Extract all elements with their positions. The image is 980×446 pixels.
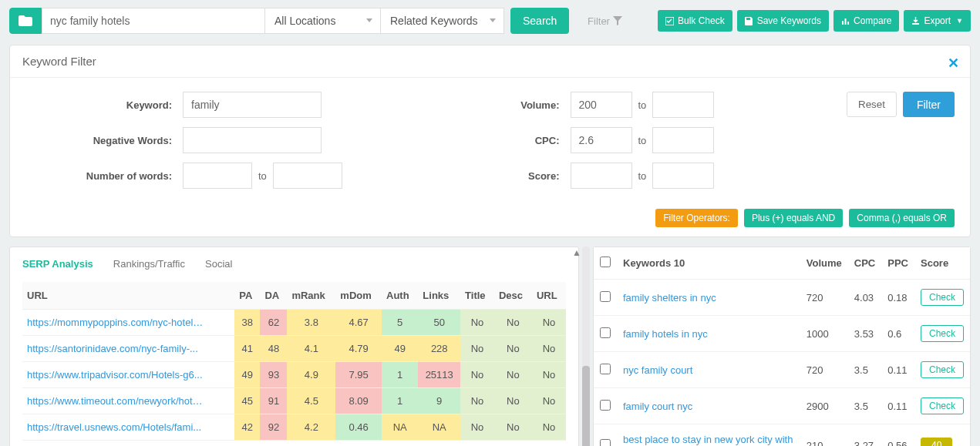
numwords-to-input[interactable]: [273, 163, 342, 189]
keyword-link[interactable]: family hotels in nyc: [623, 328, 708, 340]
filter-right-col: Volume: to CPC: to Score: to: [506, 92, 901, 198]
save-keywords-label: Save Keywords: [757, 15, 821, 26]
row-checkbox[interactable]: [600, 291, 611, 302]
location-select[interactable]: All Locations: [265, 8, 381, 34]
filter-toggle[interactable]: Filter: [588, 15, 622, 27]
keyword-search-input[interactable]: [42, 8, 265, 34]
cell-pa: 38: [234, 310, 260, 336]
col-urlmatch[interactable]: URL: [532, 282, 566, 310]
col-links[interactable]: Links: [418, 282, 460, 310]
cell-desc: No: [494, 362, 532, 388]
score-to-input[interactable]: [652, 163, 714, 189]
keyword-link[interactable]: family court nyc: [623, 401, 692, 412]
compare-label: Compare: [854, 15, 891, 26]
serp-tabs: SERP Analysis Rankings/Traffic Social: [22, 258, 566, 270]
collapse-arrow-icon[interactable]: ▲: [572, 247, 581, 258]
plus-operator-badge: Plus (+) equals AND: [744, 209, 843, 227]
negative-words-input[interactable]: [183, 127, 322, 153]
cell-auth: 1: [382, 388, 418, 414]
col-desc[interactable]: Desc: [494, 282, 532, 310]
reset-button[interactable]: Reset: [847, 92, 897, 117]
keyword-type-value: Related Keywords: [390, 15, 478, 27]
numwords-from-input[interactable]: [183, 163, 252, 189]
table-row: https://mommypoppins.com/nyc-hotel-fa...…: [22, 310, 566, 336]
col-mdom[interactable]: mDom: [335, 282, 382, 310]
to-label: to: [638, 170, 647, 182]
bulk-check-label: Bulk Check: [678, 15, 725, 26]
cell-title: No: [460, 414, 494, 441]
col-pa[interactable]: PA: [234, 282, 260, 310]
export-button[interactable]: Export ▼: [904, 10, 971, 32]
chevron-down-icon: [366, 18, 372, 22]
check-score-button[interactable]: Check: [921, 397, 964, 414]
cpc-to-input[interactable]: [652, 127, 714, 153]
cpc-label: CPC:: [506, 135, 560, 146]
cell-da: 48: [260, 336, 287, 362]
compare-button[interactable]: Compare: [834, 10, 899, 32]
cell-desc: No: [494, 336, 532, 362]
row-checkbox[interactable]: [600, 327, 611, 338]
tab-rankings-traffic[interactable]: Rankings/Traffic: [113, 258, 185, 270]
cell-score: Check: [914, 316, 970, 352]
col-url[interactable]: URL: [22, 282, 234, 310]
col-mrank[interactable]: mRank: [287, 282, 335, 310]
col-da[interactable]: DA: [260, 282, 287, 310]
cell-score: Check: [914, 280, 970, 316]
serp-url-link[interactable]: https://www.timeout.com/newyork/hotel...: [27, 395, 204, 407]
keyword-type-select[interactable]: Related Keywords: [381, 8, 504, 34]
check-score-button[interactable]: Check: [921, 361, 964, 378]
keyword-link[interactable]: family shelters in nyc: [623, 292, 716, 303]
row-checkbox[interactable]: [600, 364, 611, 374]
keyword-link[interactable]: nyc family court: [623, 364, 692, 376]
cell-pa: 45: [234, 388, 260, 414]
chart-icon: [841, 17, 850, 25]
scrollbar-thumb[interactable]: [582, 366, 590, 446]
row-checkbox[interactable]: [600, 400, 611, 411]
volume-to-input[interactable]: [652, 92, 714, 118]
volume-from-input[interactable]: [571, 92, 632, 118]
cell-ppc: 0.56: [881, 424, 914, 447]
keywords-card: Keywords 10 Volume CPC PPC Score family …: [593, 246, 971, 446]
col-score[interactable]: Score: [914, 247, 970, 280]
serp-url-link[interactable]: https://www.tripadvisor.com/Hotels-g6...: [27, 369, 204, 381]
check-score-button[interactable]: Check: [921, 325, 964, 342]
save-keywords-button[interactable]: Save Keywords: [737, 10, 829, 32]
serp-url-link[interactable]: https://mommypoppins.com/nyc-hotel-fa...: [27, 317, 204, 328]
serp-card: ▲ SERP Analysis Rankings/Traffic Social …: [9, 246, 579, 446]
apply-filter-button[interactable]: Filter: [903, 92, 955, 117]
row-checkbox[interactable]: [600, 439, 611, 447]
score-label: Score:: [506, 170, 560, 182]
col-cpc[interactable]: CPC: [848, 247, 881, 280]
col-keywords[interactable]: Keywords 10: [617, 247, 800, 280]
serp-url-link[interactable]: https://santorinidave.com/nyc-family-...: [27, 343, 204, 354]
cell-desc: No: [494, 388, 532, 414]
tab-social[interactable]: Social: [205, 258, 232, 270]
select-all-checkbox[interactable]: [600, 257, 611, 267]
col-ppc[interactable]: PPC: [881, 247, 914, 280]
serp-url-link[interactable]: https://travel.usnews.com/Hotels/fami...: [27, 421, 204, 433]
close-panel-button[interactable]: ✕: [948, 55, 959, 72]
keyword-label: Keyword:: [79, 99, 172, 111]
tab-serp-analysis[interactable]: SERP Analysis: [22, 258, 93, 270]
score-from-input[interactable]: [571, 163, 632, 189]
cell-da: 93: [260, 362, 287, 388]
folder-icon: [19, 15, 32, 26]
keyword-input[interactable]: [183, 92, 322, 118]
check-score-button[interactable]: Check: [921, 289, 964, 306]
folder-button[interactable]: [9, 8, 42, 34]
location-select-value: All Locations: [274, 15, 335, 27]
cell-pa: 41: [234, 336, 260, 362]
filter-body: Keyword: Negative Words: Number of words…: [10, 78, 970, 236]
cell-volume: 2900: [800, 388, 848, 424]
col-volume[interactable]: Volume: [800, 247, 848, 280]
keyword-link[interactable]: best place to stay in new york city with…: [623, 434, 793, 446]
svg-rect-3: [847, 22, 849, 25]
search-button[interactable]: Search: [510, 8, 569, 34]
col-auth[interactable]: Auth: [382, 282, 418, 310]
cell-mdom: 8.09: [335, 388, 382, 414]
filter-left-col: Keyword: Negative Words: Number of words…: [79, 92, 475, 198]
scrollbar-track[interactable]: [582, 246, 590, 446]
col-title[interactable]: Title: [460, 282, 494, 310]
cpc-from-input[interactable]: [571, 127, 632, 153]
bulk-check-button[interactable]: Bulk Check: [658, 10, 732, 32]
